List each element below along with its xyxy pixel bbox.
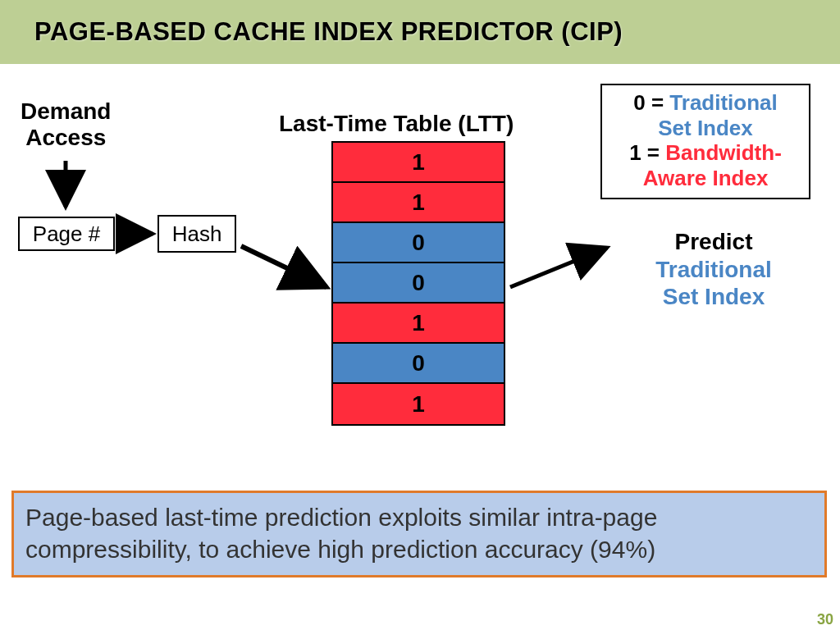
slide-title-bar: PAGE-BASED CACHE INDEX PREDICTOR (CIP) <box>0 0 840 64</box>
ltt-row-4: 1 <box>333 304 504 344</box>
demand-line2: Access <box>25 125 106 150</box>
slide-title: PAGE-BASED CACHE INDEX PREDICTOR (CIP) <box>34 17 623 47</box>
ltt-heading: Last-Time Table (LTT) <box>279 111 514 137</box>
hash-text: Hash <box>172 221 222 247</box>
legend-box: 0 = Traditional Set Index 1 = Bandwidth-… <box>600 84 810 199</box>
ltt-row-5: 0 <box>333 344 504 384</box>
arrow-ltt-to-predict <box>510 248 607 287</box>
predict-l1: Traditional <box>615 256 812 284</box>
legend-one-l1: Bandwidth- <box>665 140 782 165</box>
predict-head: Predict <box>615 228 812 256</box>
demand-line1: Demand <box>21 98 111 124</box>
ltt-row-3: 0 <box>333 263 504 304</box>
page-number: 30 <box>817 611 833 628</box>
last-time-table: 1100101 <box>331 141 505 426</box>
demand-access-label: Demand Access <box>21 98 111 151</box>
ltt-row-6: 1 <box>333 384 504 424</box>
predict-l2: Set Index <box>615 283 812 311</box>
legend-zero: 0 = Traditional <box>610 90 801 116</box>
summary-box: Page-based last-time prediction exploits… <box>11 491 827 578</box>
ltt-row-0: 1 <box>333 143 504 183</box>
page-number-text: Page # <box>33 221 100 247</box>
legend-zero-l1: Traditional <box>669 90 777 115</box>
legend-zero-l2: Set Index <box>610 116 801 141</box>
ltt-row-1: 1 <box>333 183 504 223</box>
predict-block: Predict Traditional Set Index <box>615 228 812 311</box>
legend-one-l2: Aware Index <box>610 166 801 191</box>
ltt-row-2: 0 <box>333 223 504 263</box>
hash-box: Hash <box>158 215 236 253</box>
legend-one-prefix: 1 = <box>629 140 665 165</box>
page-number-box: Page # <box>18 217 115 251</box>
legend-zero-prefix: 0 = <box>633 90 669 115</box>
legend-one: 1 = Bandwidth- <box>610 140 801 166</box>
arrow-hash-to-ltt <box>241 246 326 287</box>
